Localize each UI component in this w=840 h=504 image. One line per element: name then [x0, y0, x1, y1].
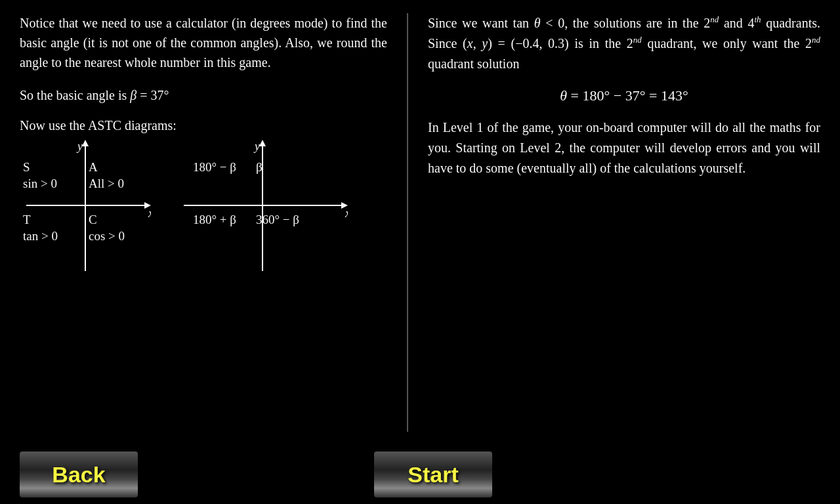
- start-button[interactable]: Start: [374, 452, 492, 497]
- angle-bl: 180° + β: [177, 212, 236, 228]
- back-button[interactable]: Back: [20, 452, 138, 497]
- s-quadrant: S sin > 0: [23, 159, 57, 192]
- c-letter: C: [89, 212, 125, 228]
- a-sub: All > 0: [89, 176, 124, 192]
- since-paragraph: Since we want tan θ < 0, the solutions a…: [428, 13, 820, 74]
- astc-quadrant-labels: S sin > 0 A All > 0 T tan > 0 C: [20, 140, 151, 271]
- s-letter: S: [23, 159, 57, 176]
- right-panel: Since we want tan θ < 0, the solutions a…: [415, 13, 820, 432]
- astc-section: Now use the ASTC diagrams: x: [20, 118, 387, 271]
- c-sub: cos > 0: [89, 228, 125, 245]
- angle-tr: β: [256, 159, 262, 176]
- basic-angle-line: So the basic angle is β = 37°: [20, 85, 387, 105]
- a-quadrant: A All > 0: [89, 159, 124, 192]
- s-sub: sin > 0: [23, 176, 57, 192]
- panel-divider: [407, 13, 408, 432]
- basic-angle-label: So the basic angle is β = 37°: [20, 88, 169, 102]
- left-panel: Notice that we need to use a calculator …: [20, 13, 400, 432]
- diagrams-container: x y S sin > 0 A: [20, 140, 387, 271]
- angle-diagram: x y 180° − β β 180° + β 360° − β: [177, 140, 348, 271]
- t-letter: T: [23, 212, 58, 228]
- notice-text: Notice that we need to use a calculator …: [20, 13, 387, 72]
- astc-title: Now use the ASTC diagrams:: [20, 118, 387, 133]
- angle-quadrant-labels: 180° − β β 180° + β 360° − β: [177, 140, 348, 271]
- t-quadrant: T tan > 0: [23, 212, 58, 244]
- notice-paragraph: Notice that we need to use a calculator …: [20, 16, 387, 70]
- a-letter: A: [89, 159, 124, 176]
- theta-formula: θ = 180° − 37° = 143°: [428, 87, 820, 104]
- t-sub: tan > 0: [23, 228, 58, 245]
- angle-br: 360° − β: [256, 212, 299, 228]
- c-quadrant: C cos > 0: [89, 212, 125, 244]
- angle-tl: 180° − β: [177, 159, 236, 176]
- astc-diagram: x y S sin > 0 A: [20, 140, 151, 271]
- level-paragraph: In Level 1 of the game, your on-board co…: [428, 117, 820, 178]
- bottom-bar: Back Start: [0, 445, 840, 504]
